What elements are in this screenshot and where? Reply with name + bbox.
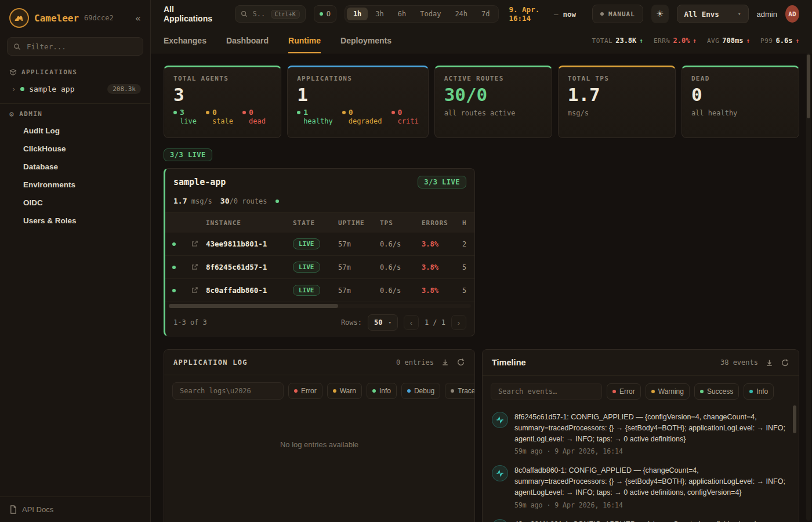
event-timestamp: 59m ago · 9 Apr 2026, 16:14 [514, 501, 788, 509]
stat-card-applications: APPLICATIONS 1 1healthy 0degraded 0criti [287, 66, 429, 138]
timeline-event[interactable]: 8c0affadb860-1: CONFIG_APPLIED — {change… [492, 465, 788, 509]
external-link-icon[interactable] [183, 287, 206, 294]
event-timestamp: 59m ago · 9 Apr 2026, 16:14 [514, 447, 788, 455]
timeline-event[interactable]: 43ee9811b801-1: CONFIG_APPLIED — {change… [492, 519, 788, 522]
timeline-event[interactable]: 8f6245c61d57-1: CONFIG_APPLIED — {config… [492, 412, 788, 455]
log-search [172, 382, 284, 400]
dead-label: dead [242, 117, 266, 126]
api-docs-link[interactable]: API Docs [0, 496, 150, 522]
table-row[interactable]: 8f6245c61d57-1 LIVE 57m 0.6/s 3.8% 5 [165, 256, 474, 279]
timeline-filter-warning[interactable]: Warning [646, 383, 690, 400]
live-status-toggle[interactable]: O [314, 5, 336, 23]
instance-live-dot-icon [172, 289, 176, 292]
warning-dot-icon [651, 390, 655, 393]
avatar[interactable]: AD [785, 5, 799, 23]
page-scrollbar-thumb[interactable] [807, 55, 810, 118]
time-range-24h[interactable]: 24h [448, 8, 474, 20]
refresh-icon[interactable] [781, 358, 789, 367]
card-breakdown: 3live 0stale 0dead [173, 108, 271, 126]
live-summary-chip: 3/3 LIVE [164, 148, 212, 161]
page-title: All Applications [164, 5, 213, 23]
timeline-filter-info[interactable]: Info [744, 383, 774, 400]
tab-exchanges[interactable]: Exchanges [164, 28, 206, 53]
sidebar-filter-input[interactable] [26, 42, 137, 52]
app-routes-value: 30 [220, 197, 230, 205]
prev-page-button[interactable]: ‹ [404, 315, 419, 330]
admin-section-header: ⚙ ADMIN [0, 104, 150, 122]
manual-refresh-button[interactable]: MANUAL [592, 5, 643, 23]
instances-table: INSTANCE STATE UPTIME TPS ERRORS H 43ee9… [165, 213, 474, 302]
app-routes-unit: /0 routes [230, 197, 267, 205]
tab-runtime[interactable]: Runtime [288, 28, 321, 53]
timeline-scrollbar-thumb[interactable] [793, 405, 796, 433]
stat-avg-value: 708ms [722, 37, 743, 45]
stat-card-active-routes: ACTIVE ROUTES 30/0 all routes active [434, 66, 552, 138]
time-range-today[interactable]: Today [414, 8, 447, 20]
rows-per-page-select[interactable]: 50 ▾ [368, 314, 398, 331]
col-tps: TPS [380, 219, 422, 227]
col-errors: ERRORS [422, 219, 462, 227]
healthy-label: healthy [297, 117, 333, 126]
gear-icon: ⚙ [9, 110, 14, 118]
log-filter-info[interactable]: Info [367, 383, 397, 399]
sidebar-item-audit-log[interactable]: Audit Log [0, 122, 150, 140]
tab-deployments[interactable]: Deployments [340, 28, 392, 53]
next-page-button[interactable]: › [451, 315, 466, 330]
theme-toggle-button[interactable]: ☀ [651, 5, 669, 23]
timeline-title: Timeline [492, 358, 526, 367]
log-filter-debug[interactable]: Debug [401, 383, 440, 399]
timeline-panel: Timeline 38 events Error Warning Success… [482, 349, 799, 522]
time-range-7d[interactable]: 7d [475, 8, 496, 20]
log-filter-warn[interactable]: Warn [327, 383, 362, 399]
topbar: All Applications Ctrl+K O 1h 3h 6h Today… [151, 0, 812, 28]
table-row[interactable]: 43ee9811b801-1 LIVE 57m 0.6/s 3.8% 2 [165, 233, 474, 256]
page-scrollbar[interactable] [806, 53, 811, 521]
download-icon[interactable] [765, 358, 774, 367]
chip-label: Info [379, 387, 391, 395]
time-range-3h[interactable]: 3h [369, 8, 390, 20]
error-dot-icon [294, 389, 298, 393]
sidebar-item-clickhouse[interactable]: ClickHouse [0, 140, 150, 158]
sidebar-item-environments[interactable]: Environments [0, 176, 150, 194]
card-subtitle: all routes active [444, 109, 542, 117]
tps-value: 0.6/s [380, 240, 422, 248]
external-link-icon[interactable] [183, 240, 206, 248]
tab-dashboard[interactable]: Dashboard [226, 28, 269, 53]
admin-nav: Audit Log ClickHouse Database Environmen… [0, 122, 150, 230]
time-range-6h[interactable]: 6h [392, 8, 412, 20]
environment-select[interactable]: All Envs ▾ [677, 5, 749, 23]
sidebar-collapse-button[interactable]: « [135, 13, 141, 24]
heap-value: 5 [462, 287, 474, 295]
global-search-input[interactable] [252, 9, 267, 19]
timeline-filter-error[interactable]: Error [607, 383, 641, 400]
tps-value: 0.6/s [380, 287, 422, 295]
horizontal-scrollbar[interactable] [169, 304, 471, 308]
heap-value: 5 [462, 263, 474, 271]
external-link-icon[interactable] [183, 263, 206, 271]
expand-chevron-icon[interactable]: › [12, 85, 16, 93]
sidebar-filter [7, 37, 143, 56]
log-filter-trace[interactable]: Trace [445, 383, 475, 399]
log-search-input[interactable] [179, 386, 277, 396]
time-range-1h[interactable]: 1h [347, 8, 368, 20]
download-icon[interactable] [441, 358, 449, 367]
global-search[interactable]: Ctrl+K [235, 5, 306, 23]
sidebar-item-oidc[interactable]: OIDC [0, 194, 150, 212]
document-icon [9, 505, 17, 514]
timeline-search-input[interactable] [497, 387, 596, 396]
log-filter-error[interactable]: Error [288, 383, 322, 399]
chip-label: Warn [340, 387, 356, 395]
sidebar-item-users-roles[interactable]: Users & Roles [0, 212, 150, 230]
scrollbar-thumb[interactable] [169, 304, 338, 308]
sidebar-app-label: sample app [29, 85, 74, 93]
card-subtitle: all healthy [691, 109, 789, 117]
timeline-filter-success[interactable]: Success [694, 383, 739, 400]
app-name[interactable]: sample-app [173, 177, 226, 187]
refresh-icon[interactable] [456, 358, 465, 367]
sidebar-item-database[interactable]: Database [0, 158, 150, 176]
table-row[interactable]: 8c0affadb860-1 LIVE 57m 0.6/s 3.8% 5 [165, 279, 474, 302]
api-docs-label: API Docs [22, 505, 53, 514]
log-empty-state: No log entries available [164, 407, 474, 483]
chip-label: Info [756, 387, 768, 396]
sidebar-item-sample-app[interactable]: › sample app 208.3k [0, 79, 150, 99]
